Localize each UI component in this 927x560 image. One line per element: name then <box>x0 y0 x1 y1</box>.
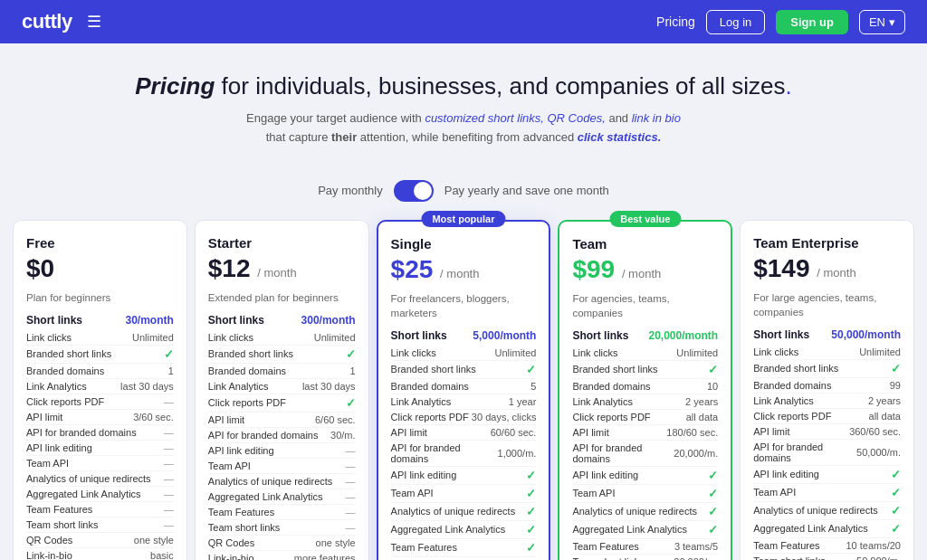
feature-row: Click reports PDF ✓ <box>208 394 356 413</box>
short-links-header-single: Short links 5,000/month <box>391 329 537 342</box>
feature-row: Team Features — <box>26 502 174 517</box>
feature-row: Click reports PDF 30 days, clicks <box>391 410 537 425</box>
pricing-grid: Free$0 Plan for beginners Short links 30… <box>2 220 925 560</box>
feature-row: API link editing ✓ <box>753 466 901 484</box>
plan-desc-free: Plan for beginners <box>26 290 174 305</box>
feature-row: Analytics of unique redirects — <box>208 474 356 489</box>
feature-row: Link Analytics 1 year <box>391 394 537 410</box>
feature-row: Analytics of unique redirects ✓ <box>391 503 537 521</box>
feature-row: Branded domains 99 <box>753 378 901 394</box>
plan-name-team-enterprise: Team Enterprise <box>753 235 901 251</box>
feature-row: QR Codes one style <box>26 533 174 548</box>
feature-row: Team short links — <box>26 517 174 533</box>
feature-row: Aggregated Link Analytics ✓ <box>391 521 537 539</box>
feature-row: Branded short links ✓ <box>26 346 174 364</box>
plan-card-team-enterprise: Team Enterprise$149 / monthFor large age… <box>740 220 914 560</box>
page-title: Pricing for individuals, businesses, and… <box>14 72 913 100</box>
plan-price-single: $25 / month <box>391 255 537 284</box>
feature-row: Analytics of unique redirects ✓ <box>753 502 901 520</box>
plan-card-free: Free$0 Plan for beginners Short links 30… <box>13 220 187 560</box>
plan-desc-team: For agencies, teams, companies <box>572 291 718 320</box>
language-selector[interactable]: EN ▾ <box>859 10 905 34</box>
plan-price-free: $0 <box>26 254 174 283</box>
short-links-header-team-enterprise: Short links 50,000/month <box>753 328 901 341</box>
feature-row: Team API — <box>26 456 174 471</box>
plan-name-single: Single <box>391 236 537 252</box>
feature-row: Team Features — <box>208 505 356 520</box>
logo: cuttly <box>22 10 72 33</box>
plan-name-starter: Starter <box>208 235 356 251</box>
feature-row: Link Analytics 2 years <box>753 394 901 409</box>
feature-row: API limit 180/60 sec. <box>572 425 718 441</box>
feature-row: Branded domains 10 <box>572 379 718 394</box>
short-links-header-team: Short links 20,000/month <box>572 329 718 342</box>
feature-row: API limit 6/60 sec. <box>208 413 356 428</box>
feature-row: Link clicks Unlimited <box>391 346 537 361</box>
plan-name-team: Team <box>572 236 718 252</box>
feature-row: API limit 60/60 sec. <box>391 425 537 441</box>
feature-row: Team API ✓ <box>753 484 901 502</box>
feature-row: Link clicks Unlimited <box>572 346 718 361</box>
feature-row: Link Analytics 2 years <box>572 394 718 410</box>
hero-subtitle: Engage your target audience with customi… <box>14 109 913 147</box>
feature-row: API limit 3/60 sec. <box>26 410 174 425</box>
plan-price-starter: $12 / month <box>208 254 356 283</box>
feature-row: Branded short links ✓ <box>572 361 718 379</box>
feature-row: Aggregated Link Analytics — <box>26 487 174 502</box>
plan-price-team-enterprise: $149 / month <box>753 254 901 283</box>
feature-row: Analytics of unique redirects — <box>26 471 174 487</box>
feature-row: Team Features ✓ <box>391 539 537 557</box>
hamburger-icon[interactable]: ☰ <box>87 12 101 32</box>
feature-row: Team API — <box>208 459 356 474</box>
feature-row: Link clicks Unlimited <box>208 330 356 346</box>
plan-card-team: Best valueTeam$99 / monthFor agencies, t… <box>558 220 732 560</box>
feature-row: API for branded domains 1,000/m. <box>391 441 537 467</box>
feature-row: Team API ✓ <box>572 485 718 503</box>
feature-row: Branded domains 1 <box>26 364 174 379</box>
feature-row: Team short links — <box>208 520 356 536</box>
feature-row: API for branded domains — <box>26 425 174 441</box>
plan-desc-starter: Extended plan for beginners <box>208 290 356 305</box>
plan-price-team: $99 / month <box>572 255 718 284</box>
feature-row: API link editing — <box>208 443 356 459</box>
feature-row: Branded domains 1 <box>208 364 356 379</box>
feature-row: API for branded domains 20,000/m. <box>572 441 718 467</box>
billing-toggle-row: Pay monthly Pay yearly and save one mont… <box>0 180 927 202</box>
feature-row: Team API ✓ <box>391 485 537 503</box>
feature-row: API link editing ✓ <box>391 467 537 485</box>
nav-pricing-link[interactable]: Pricing <box>656 14 695 29</box>
feature-row: Click reports PDF all data <box>572 410 718 425</box>
feature-row: API link editing — <box>26 441 174 456</box>
billing-toggle[interactable] <box>394 180 434 202</box>
feature-row: API for branded domains 50,000/m. <box>753 440 901 466</box>
feature-row: Link clicks Unlimited <box>753 345 901 360</box>
feature-row: Team Features 3 teams/5 <box>572 539 718 555</box>
feature-row: Branded short links ✓ <box>753 360 901 378</box>
feature-row: Aggregated Link Analytics ✓ <box>572 521 718 539</box>
feature-row: Link Analytics last 30 days <box>26 379 174 394</box>
feature-row: Team short links 20,000/m. <box>572 555 718 560</box>
feature-row: Aggregated Link Analytics — <box>208 489 356 505</box>
signup-button[interactable]: Sign up <box>776 10 848 34</box>
feature-row: API for branded domains 30/m. <box>208 428 356 443</box>
badge-team: Best value <box>609 211 681 227</box>
login-button[interactable]: Log in <box>706 10 765 34</box>
short-links-header-starter: Short links 300/month <box>208 314 356 327</box>
plan-desc-single: For freelancers, bloggers, marketers <box>391 291 537 320</box>
yearly-label: Pay yearly and save one month <box>444 184 609 197</box>
plan-card-single: Most popularSingle$25 / monthFor freelan… <box>377 220 551 560</box>
feature-row: QR Codes one style <box>208 536 356 551</box>
hero-section: Pricing for individuals, businesses, and… <box>0 43 927 166</box>
feature-row: Click reports PDF all data <box>753 409 901 424</box>
feature-row: Branded short links ✓ <box>391 361 537 379</box>
feature-row: API limit 360/60 sec. <box>753 424 901 440</box>
feature-row: API link editing ✓ <box>572 467 718 485</box>
badge-single: Most popular <box>421 211 505 227</box>
plan-card-starter: Starter$12 / monthExtended plan for begi… <box>195 220 369 560</box>
plan-name-free: Free <box>26 235 174 251</box>
feature-row: Analytics of unique redirects ✓ <box>572 503 718 521</box>
feature-row: Click reports PDF — <box>26 394 174 410</box>
feature-row: Link-in-bio more features <box>208 551 356 560</box>
nav-right: Pricing Log in Sign up EN ▾ <box>656 10 905 34</box>
chevron-down-icon: ▾ <box>889 15 895 29</box>
